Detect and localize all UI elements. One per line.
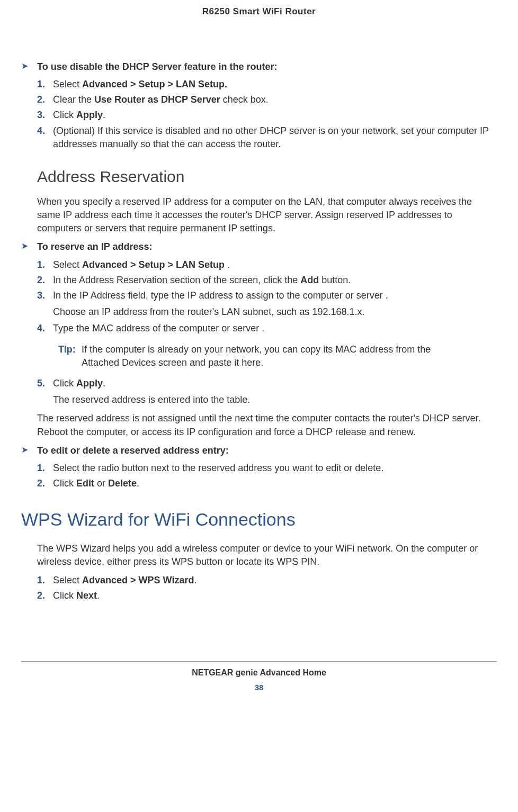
list-item: 5.Click Apply.	[37, 377, 497, 390]
procedure-heading-dhcp: ➤ To use disable the DHCP Server feature…	[21, 60, 497, 74]
step-text: Select Advanced > Setup > LAN Setup .	[53, 258, 497, 272]
proc3-steps: 1.Select the radio button next to the re…	[37, 462, 497, 490]
step-num: 2.	[37, 93, 53, 106]
arrow-icon: ➤	[21, 240, 31, 252]
proc-title: To use disable the DHCP Server feature i…	[37, 60, 277, 74]
proc-title: To reserve an IP address:	[37, 240, 152, 254]
text: .	[137, 478, 139, 489]
step-num: 3.	[37, 289, 53, 302]
step-text: Click Apply.	[53, 109, 497, 122]
section-address-reservation: Address Reservation	[37, 166, 497, 188]
text: Select	[53, 79, 82, 89]
text: .	[97, 590, 100, 601]
text: button.	[319, 275, 351, 285]
text-bold: Apply	[76, 110, 103, 120]
text: In the Address Reservation section of th…	[53, 275, 300, 285]
step-text: Type the MAC address of the computer or …	[53, 322, 497, 335]
text: check box.	[220, 94, 269, 105]
step-num: 5.	[37, 377, 53, 390]
page-footer: NETGEAR genie Advanced Home 38	[21, 661, 497, 693]
text-bold: Add	[300, 275, 319, 285]
tip-text: If the computer is already on your netwo…	[82, 343, 497, 369]
step-text: Click Apply.	[53, 377, 497, 390]
list-item: 4.Type the MAC address of the computer o…	[37, 322, 497, 335]
text-bold: Advanced > Setup > LAN Setup.	[82, 79, 227, 89]
text: Click	[53, 378, 76, 389]
text-bold: Apply	[76, 378, 103, 389]
page-number: 38	[21, 682, 497, 693]
list-item: 2.Click Next.	[37, 589, 497, 602]
text: Click	[53, 110, 76, 120]
proc-title: To edit or delete a reserved address ent…	[37, 444, 229, 457]
proc2-steps-cont: 4.Type the MAC address of the computer o…	[37, 322, 497, 335]
step-num: 2.	[37, 589, 53, 602]
body-text: The reserved address is not assigned unt…	[37, 412, 497, 438]
text: .	[225, 259, 230, 270]
step-num: 4.	[37, 322, 53, 335]
text-bold: Next	[76, 590, 97, 601]
text: (Optional) If this service is disabled a…	[53, 125, 489, 149]
step-text: (Optional) If this service is disabled a…	[53, 124, 497, 151]
list-item: 1.Select the radio button next to the re…	[37, 462, 497, 475]
text: or	[94, 478, 108, 489]
list-item: 4.(Optional) If this service is disabled…	[37, 124, 497, 151]
step-num: 3.	[37, 109, 53, 122]
step-num: 1.	[37, 462, 53, 475]
text: .	[194, 575, 197, 585]
text-bold: Edit	[76, 478, 94, 489]
step-num: 1.	[37, 258, 53, 272]
text: Clear the	[53, 94, 94, 105]
text: Select	[53, 259, 82, 270]
step-text: Select the radio button next to the rese…	[53, 462, 497, 475]
step-num: 2.	[37, 274, 53, 287]
step-text: Clear the Use Router as DHCP Server chec…	[53, 93, 497, 106]
arrow-icon: ➤	[21, 444, 31, 456]
body-text: The WPS Wizard helps you add a wireless …	[37, 542, 497, 569]
step-num: 4.	[37, 124, 53, 138]
step-text: In the Address Reservation section of th…	[53, 274, 497, 287]
list-item: 1.Select Advanced > Setup > LAN Setup .	[37, 258, 497, 272]
page-header: R6250 Smart WiFi Router	[21, 5, 497, 18]
step-text: Select Advanced > WPS Wizard.	[53, 574, 497, 587]
procedure-heading-reserve: ➤ To reserve an IP address:	[21, 240, 497, 254]
list-item: 1.Select Advanced > WPS Wizard.	[37, 574, 497, 587]
body-text: When you specify a reserved IP address f…	[37, 195, 497, 236]
proc1-steps: 1.Select Advanced > Setup > LAN Setup. 2…	[37, 78, 497, 151]
step-num: 1.	[37, 574, 53, 587]
list-item: 2.Click Edit or Delete.	[37, 477, 497, 490]
step-text: Select Advanced > Setup > LAN Setup.	[53, 78, 497, 91]
text-bold: Use Router as DHCP Server	[94, 94, 220, 105]
text-bold: Delete	[108, 478, 137, 489]
list-item: 3.In the IP Address field, type the IP a…	[37, 289, 497, 302]
text: .	[103, 378, 105, 389]
list-item: 3.Click Apply.	[37, 109, 497, 122]
text: .	[103, 110, 105, 120]
step-num: 2.	[37, 477, 53, 490]
list-item: 2.Clear the Use Router as DHCP Server ch…	[37, 93, 497, 106]
text: Click	[53, 478, 76, 489]
footer-title: NETGEAR genie Advanced Home	[21, 667, 497, 679]
text: Click	[53, 590, 76, 601]
list-item: 2.In the Address Reservation section of …	[37, 274, 497, 287]
text: Select	[53, 575, 82, 585]
step-subtext: The reserved address is entered into the…	[53, 393, 497, 407]
arrow-icon: ➤	[21, 60, 31, 72]
proc2-steps-cont2: 5.Click Apply.	[37, 377, 497, 390]
list-item: 1.Select Advanced > Setup > LAN Setup.	[37, 78, 497, 91]
text-bold: Advanced > WPS Wizard	[82, 575, 194, 585]
proc2-steps: 1.Select Advanced > Setup > LAN Setup . …	[37, 258, 497, 303]
procedure-heading-edit: ➤ To edit or delete a reserved address e…	[21, 444, 497, 457]
tip-block: Tip: If the computer is already on your …	[58, 343, 497, 369]
step-text: In the IP Address field, type the IP add…	[53, 289, 497, 302]
heading-wps-wizard: WPS Wizard for WiFi Connections	[21, 507, 497, 533]
wps-steps: 1.Select Advanced > WPS Wizard. 2.Click …	[37, 574, 497, 602]
step-subtext: Choose an IP address from the router's L…	[53, 305, 497, 319]
step-text: Click Next.	[53, 589, 497, 602]
step-num: 1.	[37, 78, 53, 91]
tip-label: Tip:	[58, 343, 82, 356]
step-text: Click Edit or Delete.	[53, 477, 497, 490]
text-bold: Advanced > Setup > LAN Setup	[82, 259, 225, 270]
